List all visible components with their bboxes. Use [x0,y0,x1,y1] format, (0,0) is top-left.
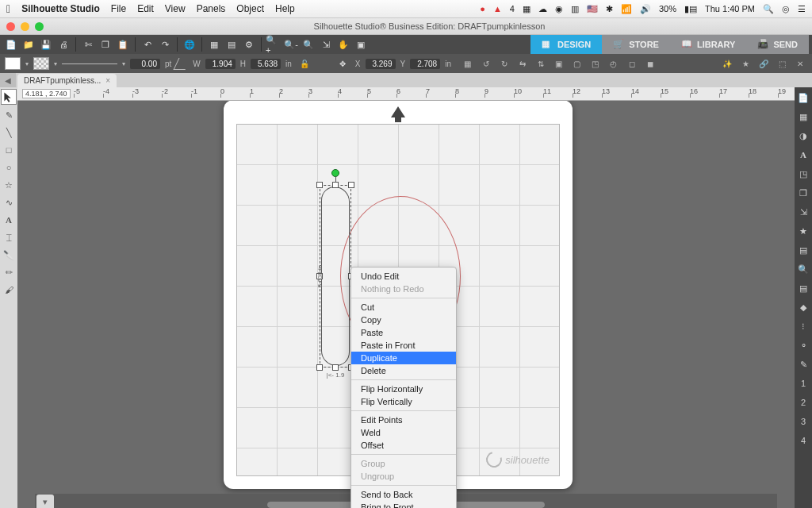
compound-button[interactable]: ◻ [625,56,639,71]
document-tab[interactable]: DRAFTpumpkinless... × [17,74,117,87]
y-input[interactable]: 2.708 [410,59,440,69]
context-menu-item[interactable]: Edit Points [351,414,456,426]
close-tab-button[interactable]: × [105,76,110,85]
select-all-button[interactable]: ▦ [206,37,222,52]
menu-panels[interactable]: Panels [197,3,226,14]
lock-aspect-button[interactable]: 🔓 [297,56,312,71]
close-window-button[interactable] [6,22,15,31]
notification-count[interactable]: 4 [510,4,515,13]
ungroup-button[interactable]: ◴ [607,56,621,71]
context-menu-item[interactable]: Send to Back [351,488,456,501]
clock[interactable]: Thu 1:40 PM [705,4,755,13]
context-menu-item[interactable]: Copy [351,314,456,326]
context-menu-item[interactable]: Offset [351,439,456,452]
nest-button[interactable]: ▤ [796,243,810,257]
brush-tool[interactable]: 🖌 [2,283,16,297]
context-menu-item[interactable]: Bring to Front [351,501,456,508]
knife-tool[interactable]: 🔪 [2,248,16,262]
cube-button[interactable]: ⬚ [775,56,789,71]
save-button[interactable]: 💾 [38,37,54,52]
page-setup-button[interactable]: 📄 [796,90,810,105]
release-button[interactable]: ◼ [643,56,657,71]
preset-2-button[interactable]: 2 [796,395,810,410]
emboss-button[interactable]: ◆ [796,300,810,314]
context-menu-item[interactable]: Flip Horizontally [351,383,456,395]
context-menu-item[interactable]: Delete [351,364,456,377]
rotate-right-button[interactable]: ↻ [497,56,511,71]
grid-settings-button[interactable]: ▦ [796,110,810,124]
group-button[interactable]: ◳ [588,56,603,71]
text-tool[interactable]: A [2,213,16,227]
deselect-button[interactable]: ▤ [224,37,239,52]
line-tool[interactable]: ╲ [2,125,16,140]
context-menu-item[interactable]: Flip Vertically [351,395,456,408]
resize-handle-tl[interactable] [316,182,323,188]
tab-design[interactable]: ▦DESIGN [530,35,602,54]
edit-points-tool[interactable]: ✎ [2,108,16,122]
select-tool[interactable] [1,89,17,105]
undo-button[interactable]: ↶ [140,37,155,52]
tab-send[interactable]: 📠SEND [746,35,809,54]
page-thumbnail[interactable]: ▾ [36,495,54,508]
copy-button[interactable]: ❐ [98,37,113,52]
bring-front-button[interactable]: ▣ [552,56,566,71]
chevron-down-icon[interactable]: ▾ [122,60,125,67]
context-menu-item[interactable]: Cut [351,301,456,314]
wifi-icon[interactable]: 📶 [621,4,632,14]
selected-object[interactable]: 5.638 in |<- 1.9 [320,185,351,368]
resize-handle-bm[interactable] [332,364,339,371]
draw-tool[interactable]: ✏ [2,265,16,279]
x-input[interactable]: 3.269 [366,59,396,69]
layers-button[interactable]: ▤ [796,281,810,295]
globe-button[interactable]: 🌐 [182,37,197,52]
zoom-area-button[interactable]: ▣ [353,37,369,52]
line-style-preview[interactable] [62,64,117,64]
volume-icon[interactable]: 🔊 [640,4,651,14]
preset-1-button[interactable]: 1 [796,376,810,391]
line-weight-input[interactable]: 0.00 [130,59,160,69]
context-menu-item[interactable]: Weld [351,426,456,439]
fit-button[interactable]: ⇲ [318,37,334,52]
transform-button[interactable]: ◳ [796,167,810,181]
width-input[interactable]: 1.904 [205,59,236,69]
context-menu-item[interactable]: Undo Edit [351,270,456,283]
rotate-left-button[interactable]: ↺ [479,56,493,71]
wand-button[interactable]: ✨ [720,56,734,71]
context-menu-item[interactable]: Paste in Front [351,339,456,352]
open-button[interactable]: 📁 [21,37,36,52]
send-back-button[interactable]: ▢ [570,56,584,71]
apple-menu-icon[interactable]:  [6,2,10,15]
mirror-h-button[interactable]: ⇆ [515,56,530,71]
pan-button[interactable]: ✋ [335,37,351,52]
preset-3-button[interactable]: 3 [796,414,810,429]
resize-handle-bl[interactable] [316,364,323,371]
star-button[interactable]: ★ [738,56,753,71]
text-style-button[interactable]: A [796,148,810,162]
flag-icon[interactable]: 🇺🇸 [587,4,598,14]
contrast-button[interactable]: ◑ [796,129,810,143]
chevron-down-icon[interactable]: ▾ [25,60,29,67]
rotation-handle[interactable] [331,169,339,177]
height-input[interactable]: 5.638 [251,59,281,69]
canvas-area[interactable]: 4.181 , 2.740 -6-5-4-3-2-101234567891011… [17,87,795,508]
cut-button[interactable]: ✄ [80,37,96,52]
print-button[interactable]: 🖨 [56,37,71,52]
notification-center-icon[interactable]: ☰ [798,4,806,14]
replicate-button[interactable]: ❐ [796,186,810,200]
menu-help[interactable]: Help [275,3,295,14]
tab-store[interactable]: 🛒STORE [602,35,670,54]
context-menu-item[interactable]: Paste [351,326,456,339]
menu-object[interactable]: Object [236,3,264,14]
line-color-swatch[interactable] [33,57,49,70]
preset-4-button[interactable]: 4 [796,433,810,448]
rhinestone-button[interactable]: ⚬ [796,338,810,352]
sketch-button[interactable]: ✎ [796,357,810,371]
stipple-button[interactable]: ⁝ [796,319,810,333]
minimize-window-button[interactable] [21,22,29,31]
resize-handle-tm[interactable] [332,182,339,188]
close-panel-button[interactable]: ✕ [793,56,807,71]
settings-button[interactable]: ⚙ [241,37,257,52]
trace-button[interactable]: 🔍 [796,262,810,276]
siri-icon[interactable]: ◎ [782,4,790,14]
redo-button[interactable]: ↷ [157,37,173,52]
